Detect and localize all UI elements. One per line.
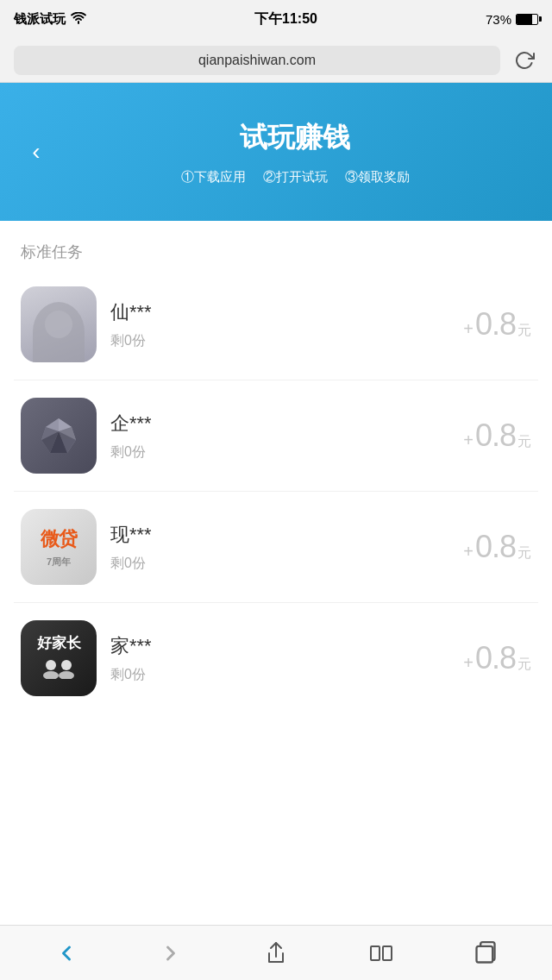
task-name: 仙*** [110, 299, 449, 325]
task-info: 企*** 剩0份 [110, 411, 449, 462]
task-info: 现*** 剩0份 [110, 522, 449, 573]
task-reward: + 0.8 元 [463, 306, 531, 342]
reward-plus: + [463, 653, 474, 673]
reward-unit: 元 [518, 544, 531, 562]
task-remain: 剩0份 [110, 332, 449, 350]
app-icon-fairy [21, 286, 97, 362]
bookmarks-button[interactable] [355, 933, 407, 974]
task-remain: 剩0份 [110, 555, 449, 573]
status-time: 下午11:50 [254, 10, 317, 28]
tabs-button[interactable] [460, 933, 511, 974]
task-item[interactable]: 企*** 剩0份 + 0.8 元 [14, 380, 538, 492]
task-remain: 剩0份 [110, 666, 449, 684]
reward-unit: 元 [518, 433, 531, 451]
battery-icon [516, 14, 538, 25]
svg-point-9 [61, 660, 72, 670]
task-reward: + 0.8 元 [463, 529, 531, 565]
app-name: 钱派试玩 [14, 11, 66, 28]
header-steps: ①下载应用 ②打开试玩 ③领取奖励 [181, 169, 410, 185]
task-remain: 剩0份 [110, 443, 449, 462]
task-item[interactable]: 仙*** 剩0份 + 0.8 元 [14, 269, 538, 380]
reward-plus: + [463, 430, 474, 450]
svg-point-10 [43, 671, 59, 679]
reward-amount: 0.8 [475, 640, 516, 676]
battery-percent: 73% [486, 12, 511, 27]
svg-point-11 [59, 671, 74, 679]
app-icon-enterprise [21, 398, 97, 474]
svg-rect-14 [477, 945, 493, 962]
reward-amount: 0.8 [475, 418, 516, 454]
svg-point-8 [46, 660, 56, 670]
status-left: 钱派试玩 [14, 11, 86, 28]
step2: ②打开试玩 [263, 169, 328, 185]
task-item[interactable]: 微贷 7周年 现*** 剩0份 + 0.8 元 [14, 492, 538, 603]
status-bar: 钱派试玩 下午11:50 73% [0, 0, 552, 38]
svg-rect-12 [371, 946, 380, 960]
browser-forward-button[interactable] [145, 933, 197, 974]
header-title: 试玩赚钱 [240, 119, 350, 157]
task-info: 仙*** 剩0份 [110, 299, 449, 350]
share-button[interactable] [250, 933, 302, 974]
url-display[interactable]: qianpaishiwan.com [14, 46, 500, 75]
task-name: 企*** [110, 411, 449, 437]
status-right: 73% [486, 12, 538, 27]
task-info: 家*** 剩0份 [110, 633, 449, 684]
step1: ①下载应用 [181, 169, 246, 185]
header-back-button[interactable]: ‹ [17, 133, 55, 171]
task-reward: + 0.8 元 [463, 418, 531, 454]
task-reward: + 0.8 元 [463, 640, 531, 676]
reward-unit: 元 [518, 656, 531, 674]
task-name: 现*** [110, 522, 449, 548]
app-icon-weidai: 微贷 7周年 [21, 509, 97, 585]
reload-button[interactable] [511, 47, 538, 74]
task-item[interactable]: 好家长 家*** 剩0份 + 0.8 元 [14, 603, 538, 713]
bottom-toolbar [0, 925, 552, 980]
header-content: 试玩赚钱 ①下载应用 ②打开试玩 ③领取奖励 [55, 119, 535, 185]
reward-amount: 0.8 [475, 529, 516, 565]
task-name: 家*** [110, 633, 449, 659]
reward-plus: + [463, 542, 474, 562]
header-banner: ‹ 试玩赚钱 ①下载应用 ②打开试玩 ③领取奖励 [0, 83, 552, 221]
step3: ③领取奖励 [345, 169, 410, 185]
app-icon-haojiazhang: 好家长 [21, 620, 97, 696]
task-list: 仙*** 剩0份 + 0.8 元 企*** 剩0份 [0, 269, 552, 713]
reward-unit: 元 [518, 322, 531, 340]
address-bar: qianpaishiwan.com [0, 38, 552, 83]
section-title: 标准任务 [0, 221, 552, 269]
reward-amount: 0.8 [475, 306, 516, 342]
reward-plus: + [463, 319, 474, 339]
svg-rect-13 [383, 946, 392, 960]
browser-back-button[interactable] [41, 933, 92, 974]
wifi-icon [71, 12, 86, 27]
